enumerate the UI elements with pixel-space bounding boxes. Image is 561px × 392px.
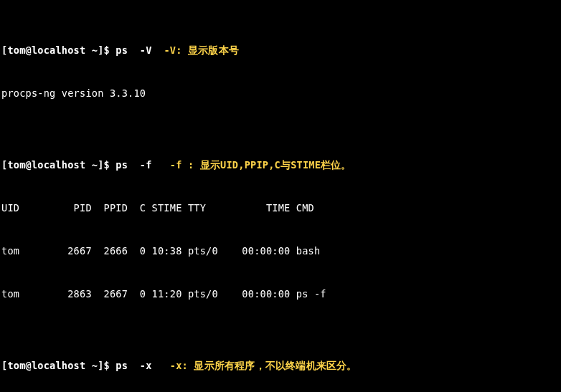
prompt: [tom@localhost ~]$ (1, 44, 116, 56)
psf-header: UID PID PPID C STIME TTY TIME CMD (1, 201, 560, 215)
prompt: [tom@localhost ~]$ (1, 360, 116, 371)
psf-row: tom 2863 2667 0 11:20 pts/0 00:00:00 ps … (1, 287, 560, 301)
command-ps-V: ps -V (116, 44, 151, 56)
psf-row: tom 2667 2666 0 10:38 pts/0 00:00:00 bas… (1, 244, 560, 258)
prompt-line-ps-x[interactable]: [tom@localhost ~]$ ps -x -x: 显示所有程序，不以终端… (1, 358, 560, 373)
annotation-f: -f : 显示UID,PPIP,C与STIME栏位。 (152, 159, 352, 171)
annotation-V: -V: 显示版本号 (152, 44, 239, 56)
version-output: procps-ng version 3.3.10 (1, 86, 560, 100)
prompt-line-ps-f[interactable]: [tom@localhost ~]$ ps -f -f : 显示UID,PPIP… (1, 158, 560, 172)
command-ps-x: ps -x (116, 360, 151, 371)
annotation-x: -x: 显示所有程序，不以终端机来区分。 (152, 360, 357, 371)
command-ps-f: ps -f (116, 159, 151, 171)
prompt-line-ps-V[interactable]: [tom@localhost ~]$ ps -V -V: 显示版本号 (1, 43, 560, 57)
prompt: [tom@localhost ~]$ (1, 159, 116, 171)
terminal-window: [tom@localhost ~]$ ps -V -V: 显示版本号 procp… (0, 0, 561, 392)
